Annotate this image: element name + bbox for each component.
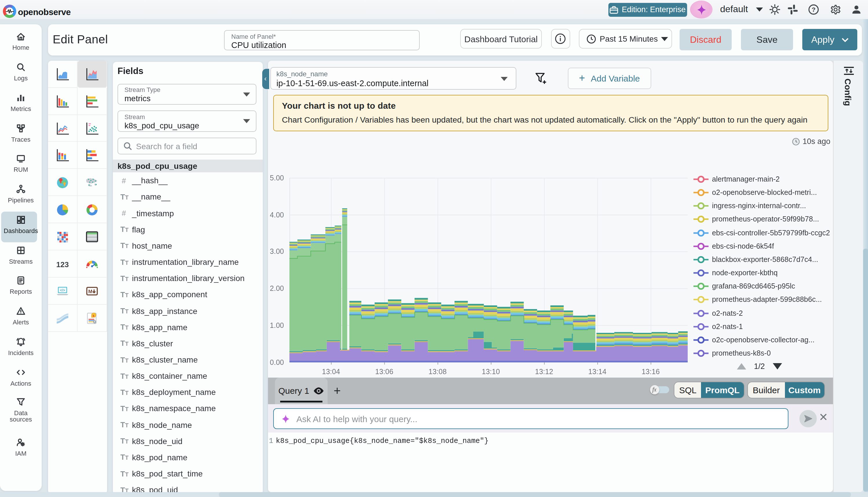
svg-text:</>: </> (60, 288, 65, 292)
svg-text:?: ? (812, 6, 815, 13)
svg-text:123: 123 (56, 260, 69, 269)
svg-text:M: M (88, 289, 92, 294)
